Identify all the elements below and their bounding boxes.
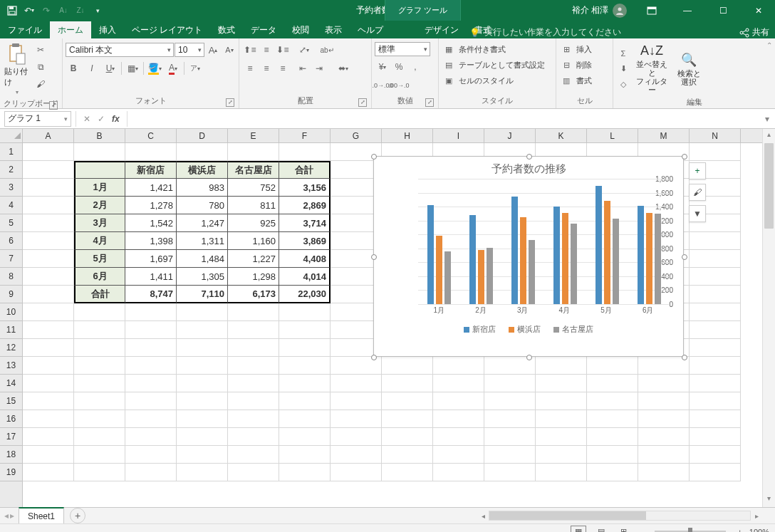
column-header-N[interactable]: N bbox=[690, 129, 741, 142]
cell[interactable] bbox=[690, 375, 741, 392]
cell[interactable] bbox=[74, 339, 125, 357]
cell[interactable] bbox=[536, 410, 587, 428]
cell[interactable] bbox=[638, 446, 690, 464]
cell[interactable]: 1,247 bbox=[177, 214, 228, 232]
format-cells-button[interactable]: ▥書式 bbox=[559, 73, 610, 88]
cell[interactable] bbox=[279, 321, 331, 339]
column-header-L[interactable]: L bbox=[587, 129, 638, 142]
cell[interactable] bbox=[638, 428, 690, 446]
cell[interactable] bbox=[228, 464, 279, 481]
cell[interactable] bbox=[125, 321, 177, 339]
cell[interactable]: 22,030 bbox=[279, 286, 331, 303]
dialog-launcher-icon[interactable]: ⤢ bbox=[425, 98, 434, 107]
increase-font-size-button[interactable]: A▴ bbox=[205, 42, 221, 58]
bar[interactable] bbox=[613, 219, 619, 304]
cell[interactable] bbox=[484, 410, 536, 428]
italic-button[interactable]: I bbox=[84, 61, 100, 76]
cell[interactable] bbox=[536, 357, 587, 375]
accounting-format-button[interactable]: ¥▾ bbox=[375, 59, 390, 75]
cell[interactable]: 3,714 bbox=[279, 214, 331, 232]
cell[interactable] bbox=[74, 143, 125, 161]
cell[interactable]: 1,160 bbox=[228, 232, 279, 250]
cell[interactable] bbox=[23, 214, 74, 232]
cell[interactable] bbox=[536, 428, 587, 446]
selection-handle[interactable] bbox=[682, 154, 687, 160]
cell[interactable] bbox=[125, 339, 177, 357]
cell[interactable]: 新宿店 bbox=[125, 161, 177, 179]
cell[interactable]: 752 bbox=[228, 179, 279, 197]
cell[interactable] bbox=[587, 392, 638, 410]
percent-format-button[interactable]: % bbox=[391, 59, 407, 75]
cell[interactable] bbox=[382, 375, 433, 392]
selection-handle[interactable] bbox=[371, 154, 377, 160]
cell[interactable]: 1,227 bbox=[228, 250, 279, 268]
cell[interactable] bbox=[690, 464, 741, 481]
cell[interactable]: 8,747 bbox=[125, 286, 177, 303]
redo-button[interactable]: ↷ bbox=[38, 3, 54, 19]
cell[interactable] bbox=[638, 375, 690, 392]
format-painter-button[interactable]: 🖌 bbox=[33, 76, 48, 92]
dialog-launcher-icon[interactable]: ⤢ bbox=[226, 98, 234, 107]
cell[interactable]: 1,484 bbox=[177, 250, 228, 268]
cell[interactable] bbox=[177, 428, 228, 446]
cell[interactable]: 4月 bbox=[74, 232, 125, 250]
cell[interactable]: 3,156 bbox=[279, 179, 331, 197]
cell[interactable] bbox=[228, 321, 279, 339]
bar[interactable] bbox=[638, 206, 644, 304]
insert-function-button[interactable]: fx bbox=[112, 114, 120, 124]
wrap-text-button[interactable]: ab↵ bbox=[318, 42, 336, 58]
cell[interactable] bbox=[587, 410, 638, 428]
cell[interactable] bbox=[228, 143, 279, 161]
cell[interactable] bbox=[690, 446, 741, 464]
increase-indent-button[interactable]: ⇥ bbox=[311, 61, 327, 76]
cell[interactable] bbox=[23, 268, 74, 286]
chart-legend[interactable]: 新宿店横浜店名古屋店 bbox=[374, 320, 683, 342]
cells-area[interactable]: 新宿店横浜店名古屋店合計1月1,4219837523,1562月1,278780… bbox=[23, 143, 762, 507]
cell[interactable]: 1,298 bbox=[228, 268, 279, 286]
cell[interactable] bbox=[433, 357, 484, 375]
bar[interactable] bbox=[595, 186, 602, 304]
merge-center-button[interactable]: ⬌▾ bbox=[333, 61, 354, 76]
cell[interactable] bbox=[23, 321, 74, 339]
cell[interactable] bbox=[228, 392, 279, 410]
bar[interactable] bbox=[511, 197, 518, 304]
column-header-K[interactable]: K bbox=[536, 129, 587, 142]
cell[interactable]: 1,398 bbox=[125, 232, 177, 250]
cell[interactable] bbox=[690, 392, 741, 410]
align-right-button[interactable]: ≡ bbox=[275, 61, 291, 76]
chart-elements-button[interactable]: + bbox=[689, 162, 706, 179]
chart-styles-button[interactable]: 🖌 bbox=[689, 184, 706, 201]
cell[interactable]: 983 bbox=[177, 179, 228, 197]
column-header-B[interactable]: B bbox=[74, 129, 125, 142]
cell[interactable]: 811 bbox=[228, 197, 279, 214]
cell[interactable] bbox=[279, 428, 331, 446]
row-header-5[interactable]: 5 bbox=[0, 214, 22, 232]
cell[interactable] bbox=[690, 428, 741, 446]
cell[interactable] bbox=[690, 286, 741, 303]
column-header-I[interactable]: I bbox=[433, 129, 484, 142]
cell[interactable]: 5月 bbox=[74, 250, 125, 268]
cell[interactable]: 1,697 bbox=[125, 250, 177, 268]
cell[interactable] bbox=[228, 375, 279, 392]
cell[interactable]: 1,278 bbox=[125, 197, 177, 214]
cell[interactable] bbox=[23, 232, 74, 250]
tab-review[interactable]: 校閲 bbox=[284, 21, 317, 38]
enter-formula-icon[interactable]: ✓ bbox=[98, 114, 105, 124]
row-header-13[interactable]: 13 bbox=[0, 357, 22, 375]
bar[interactable] bbox=[655, 214, 661, 304]
cell[interactable] bbox=[177, 410, 228, 428]
cell[interactable] bbox=[74, 303, 125, 321]
cell[interactable] bbox=[638, 410, 690, 428]
cell[interactable] bbox=[433, 410, 484, 428]
page-layout-view-button[interactable]: ▤ bbox=[593, 526, 609, 533]
decrease-decimal-button[interactable]: .00→.0 bbox=[391, 78, 407, 93]
cut-button[interactable]: ✂ bbox=[33, 42, 48, 58]
cell[interactable]: 6月 bbox=[74, 268, 125, 286]
cell[interactable] bbox=[433, 446, 484, 464]
selection-handle[interactable] bbox=[371, 254, 377, 260]
cell[interactable] bbox=[23, 464, 74, 481]
cell[interactable] bbox=[23, 428, 74, 446]
row-header-16[interactable]: 16 bbox=[0, 410, 22, 428]
align-center-button[interactable]: ≡ bbox=[259, 61, 274, 76]
fill-button[interactable]: ⬇ bbox=[616, 62, 630, 76]
